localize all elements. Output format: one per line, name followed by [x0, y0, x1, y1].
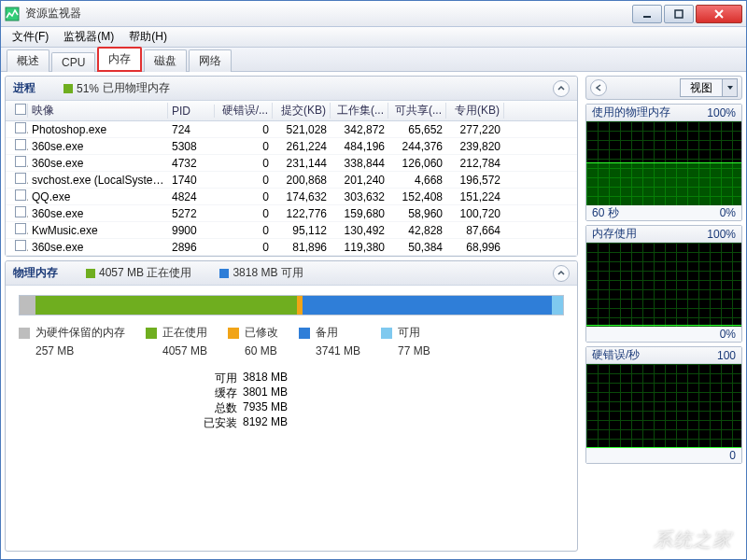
memory-legend: 为硬件保留的内存257 MB 正在使用4057 MB 已修改60 MB 备用37…: [19, 325, 564, 357]
processes-panel: 进程 51% 已用物理内存 映像 PID 硬错误/... 提交(KB) 工作集(…: [5, 76, 578, 257]
bar-inuse: [35, 296, 296, 315]
table-row[interactable]: 360se.exe53080261,224484,196244,376239,8…: [6, 138, 577, 155]
row-checkbox[interactable]: [15, 223, 26, 234]
swatch-reserved: [19, 328, 30, 339]
table-row[interactable]: 360se.exe2896081,896119,38050,38468,996: [6, 239, 577, 256]
row-checkbox[interactable]: [15, 173, 26, 184]
cell-hf: 0: [215, 190, 273, 203]
avail-swatch: [219, 269, 229, 278]
cell-pv: 87,664: [446, 224, 504, 237]
memory-bar: [19, 295, 564, 315]
table-row[interactable]: QQ.exe48240174,632303,632152,408151,224: [6, 189, 577, 205]
chart-title: 内存使用: [592, 226, 637, 242]
stat-available-label: 可用: [196, 371, 243, 385]
chart-1: 内存使用100%0%: [585, 225, 742, 343]
cell-ws: 159,680: [331, 207, 388, 220]
tab-overview[interactable]: 概述: [7, 49, 49, 72]
select-all-checkbox[interactable]: [15, 104, 26, 115]
physical-memory-panel: 物理内存 4057 MB 正在使用 3818 MB 可用 为: [5, 260, 578, 552]
stat-installed-value: 8192 MB: [243, 415, 317, 430]
table-row[interactable]: 360se.exe47320231,144338,844126,060212,7…: [6, 155, 577, 172]
collapse-button-2[interactable]: [553, 265, 570, 282]
cell-image: svchost.exe (LocalSystemN...: [28, 174, 168, 187]
svg-rect-2: [675, 10, 683, 18]
window-title: 资源监视器: [25, 6, 630, 21]
chart-canvas: [586, 121, 741, 205]
cell-sh: 4,668: [388, 174, 446, 187]
col-commit[interactable]: 提交(KB): [273, 103, 331, 119]
stat-total-value: 7935 MB: [243, 400, 317, 415]
row-checkbox[interactable]: [15, 122, 26, 133]
cell-image: 360se.exe: [28, 140, 168, 153]
menu-file[interactable]: 文件(F): [5, 27, 56, 47]
collapse-button[interactable]: [553, 80, 570, 97]
row-checkbox[interactable]: [15, 206, 26, 217]
charts-nav-button[interactable]: [590, 79, 607, 96]
physical-memory-header[interactable]: 物理内存 4057 MB 正在使用 3818 MB 可用: [6, 261, 577, 286]
maximize-button[interactable]: [664, 5, 694, 23]
app-icon: [5, 7, 20, 21]
row-checkbox[interactable]: [15, 189, 26, 201]
cell-image: KwMusic.exe: [28, 224, 168, 237]
cell-sh: 244,376: [388, 140, 446, 153]
cell-pv: 212,784: [446, 157, 504, 170]
cell-pv: 68,996: [446, 241, 504, 254]
legend-free-label: 可用: [398, 325, 420, 341]
table-row[interactable]: Photoshop.exe7240521,028342,87265,652277…: [6, 121, 577, 138]
tab-network[interactable]: 网络: [189, 49, 232, 72]
row-checkbox[interactable]: [15, 139, 26, 150]
cell-pv: 100,720: [446, 207, 504, 220]
menu-help[interactable]: 帮助(H): [121, 27, 175, 47]
usage-label: 已用物理内存: [103, 80, 170, 96]
cell-pv: 151,224: [446, 190, 504, 203]
cell-image: 360se.exe: [28, 157, 168, 170]
menubar: 文件(F) 监视器(M) 帮助(H): [1, 27, 746, 48]
col-image[interactable]: 映像: [28, 103, 168, 119]
cell-sh: 42,828: [388, 224, 446, 237]
close-button[interactable]: [696, 5, 742, 23]
cell-pid: 724: [168, 123, 215, 136]
bar-reserved: [20, 296, 35, 315]
cell-pv: 239,820: [446, 140, 504, 153]
cell-hf: 0: [215, 123, 273, 136]
col-shareable[interactable]: 可共享(...: [388, 103, 446, 119]
memory-stats: 可用3818 MB 缓存3801 MB 总数7935 MB 已安装8192 MB: [196, 371, 564, 430]
cell-image: 360se.exe: [28, 241, 168, 254]
table-row[interactable]: KwMusic.exe9900095,112130,49242,82887,66…: [6, 222, 577, 239]
table-row[interactable]: 360se.exe52720122,776159,68058,960100,72…: [6, 205, 577, 222]
tab-disk[interactable]: 磁盘: [144, 49, 187, 72]
col-hardfaults[interactable]: 硬错误/...: [215, 103, 273, 119]
processes-header[interactable]: 进程 51% 已用物理内存: [6, 77, 577, 101]
titlebar[interactable]: 资源监视器: [1, 1, 746, 27]
cell-sh: 50,384: [388, 241, 446, 254]
menu-monitor[interactable]: 监视器(M): [56, 27, 121, 47]
minimize-button[interactable]: [632, 5, 662, 23]
cell-pid: 2896: [168, 241, 215, 254]
stat-installed-label: 已安装: [196, 415, 243, 430]
cell-ws: 484,196: [331, 140, 388, 153]
row-checkbox[interactable]: [15, 240, 26, 251]
col-private[interactable]: 专用(KB): [446, 103, 504, 119]
chart-canvas: [586, 364, 741, 448]
tab-cpu[interactable]: CPU: [51, 52, 95, 72]
cell-sh: 152,408: [388, 190, 446, 203]
swatch-inuse: [146, 328, 157, 339]
inuse-hdr: 4057 MB 正在使用: [99, 265, 191, 281]
col-pid[interactable]: PID: [168, 105, 215, 118]
chart-2: 硬错误/秒1000: [585, 346, 742, 464]
tab-memory[interactable]: 内存: [97, 47, 142, 72]
view-dropdown[interactable]: 视图: [680, 78, 738, 97]
cell-pv: 196,572: [446, 174, 504, 187]
cell-pv: 277,220: [446, 123, 504, 136]
cell-hf: 0: [215, 224, 273, 237]
chart-footer-right: 0%: [720, 206, 736, 219]
table-row[interactable]: svchost.exe (LocalSystemN...17400200,868…: [6, 172, 577, 189]
cell-sh: 126,060: [388, 157, 446, 170]
cell-sh: 65,652: [388, 123, 446, 136]
row-checkbox[interactable]: [15, 156, 26, 167]
col-workingset[interactable]: 工作集(...: [331, 103, 388, 119]
bar-free: [552, 296, 563, 315]
physical-title: 物理内存: [13, 265, 58, 281]
charts-toolbar: 视图: [585, 76, 742, 100]
cell-ws: 119,380: [331, 241, 388, 254]
